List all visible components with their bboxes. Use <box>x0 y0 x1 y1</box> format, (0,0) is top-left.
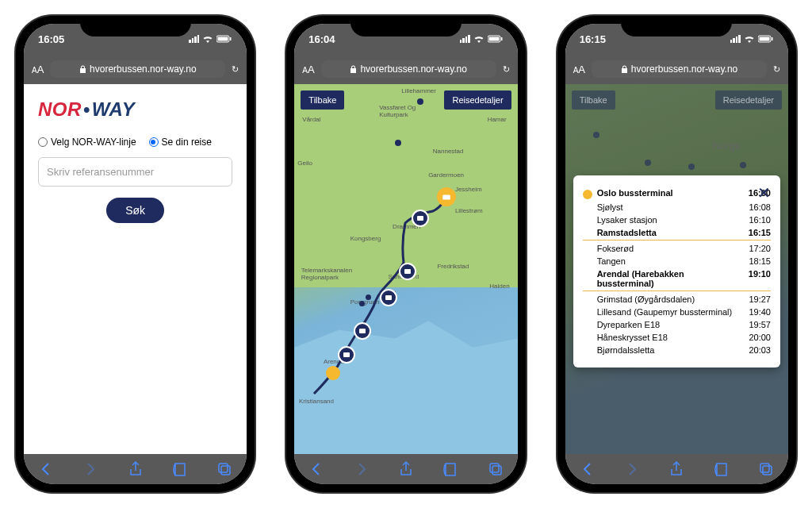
lock-icon <box>79 65 86 74</box>
tabs-icon[interactable] <box>216 461 232 477</box>
back-button-dimmed: Tilbake <box>572 90 615 110</box>
svg-rect-2 <box>230 37 232 40</box>
bookmarks-icon[interactable] <box>714 461 730 477</box>
svg-rect-12 <box>359 329 366 333</box>
map-label: Nannestad <box>433 148 464 155</box>
forward-icon[interactable] <box>624 461 640 477</box>
map-label: Vårdal <box>302 116 320 123</box>
forward-icon[interactable] <box>354 461 370 477</box>
norway-logo: NOR•WAY <box>38 98 232 121</box>
tabs-icon[interactable] <box>758 461 774 477</box>
radio-see-trip[interactable]: Se din reise <box>149 137 212 148</box>
schedule-row: Tangen18:15 <box>583 255 771 267</box>
share-icon[interactable] <box>398 461 414 477</box>
svg-rect-6 <box>488 37 499 41</box>
svg-rect-11 <box>385 295 392 300</box>
refresh-icon[interactable]: ↻ <box>232 64 239 75</box>
refresh-icon[interactable]: ↻ <box>503 64 510 75</box>
radio-select-line[interactable]: Velg NOR-WAY-linje <box>38 137 136 148</box>
details-button[interactable]: Reisedetaljer <box>444 90 511 110</box>
map-dot <box>688 164 695 170</box>
share-icon[interactable] <box>668 461 684 477</box>
bookmarks-icon[interactable] <box>442 461 458 477</box>
status-time: 16:05 <box>38 33 64 45</box>
svg-rect-17 <box>759 37 769 41</box>
lock-icon <box>350 65 357 74</box>
text-size-icon[interactable]: AA <box>302 64 314 75</box>
schedule-row: Oslo bussterminal16:00 <box>583 187 771 201</box>
status-time: 16:15 <box>580 33 606 45</box>
schedule-row: Grimstad (Øygårdsdalen)19:27 <box>583 293 771 306</box>
back-icon[interactable] <box>308 461 324 477</box>
schedule-list: Oslo bussterminal16:00Sjølyst16:08Lysake… <box>583 187 771 356</box>
radio-label: Velg NOR-WAY-linje <box>51 137 136 148</box>
url-bar: AA hvorerbussen.nor-way.no ↻ <box>24 54 247 84</box>
map-view-dimmed: Norge Tilbake Reisedetaljer ✕ Oslo busst… <box>565 84 788 454</box>
url-field[interactable]: hvorerbussen.nor-way.no <box>592 60 767 78</box>
schedule-row: Lysaker stasjon16:10 <box>583 214 771 226</box>
map-label: Hamar <box>488 116 507 123</box>
phone-1: 16:05 AA hvorerbussen.nor-way.no ↻ NOR•W… <box>16 16 255 492</box>
svg-rect-3 <box>219 464 228 472</box>
schedule-row: Sjølyst16:08 <box>583 201 771 214</box>
map-label: Vassfaret Og Kulturpark <box>379 104 416 118</box>
url-field[interactable]: hvorerbussen.nor-way.no <box>50 60 225 78</box>
schedule-row: Bjørndalssletta20:03 <box>583 344 771 356</box>
close-icon[interactable]: ✕ <box>757 183 771 202</box>
radio-icon <box>149 137 159 147</box>
safari-toolbar <box>294 454 517 484</box>
bookmarks-icon[interactable] <box>172 461 188 477</box>
text-size-icon[interactable]: AA <box>573 64 585 75</box>
svg-rect-7 <box>501 37 503 40</box>
svg-rect-8 <box>443 195 451 200</box>
safari-toolbar <box>565 454 788 484</box>
schedule-row: Håneskrysset E1820:00 <box>583 331 771 344</box>
battery-icon <box>216 35 232 43</box>
forward-icon[interactable] <box>82 461 98 477</box>
battery-icon <box>758 35 774 43</box>
map-dot <box>593 132 599 138</box>
map-label: Gardermoen <box>428 171 464 179</box>
notch <box>350 16 462 37</box>
status-indicators <box>189 35 232 43</box>
schedule-modal: ✕ Oslo bussterminal16:00Sjølyst16:08Lysa… <box>573 175 780 368</box>
back-icon[interactable] <box>38 461 54 477</box>
tabs-icon[interactable] <box>488 461 504 477</box>
map-dot <box>395 140 401 146</box>
search-button[interactable]: Søk <box>106 198 164 223</box>
map-dot <box>417 98 423 105</box>
phone-3: 16:15 AA hvorerbussen.nor-way.no ↻ Norge… <box>557 16 796 492</box>
svg-rect-1 <box>218 37 228 41</box>
url-bar: AA hvorerbussen.nor-way.no ↻ <box>294 54 517 84</box>
refresh-icon[interactable]: ↻ <box>773 64 780 75</box>
map-dot <box>645 160 651 166</box>
map-label: Geilo <box>297 160 312 167</box>
text-size-icon[interactable]: AA <box>32 64 44 75</box>
svg-rect-19 <box>760 464 769 472</box>
lock-icon <box>621 65 628 74</box>
wifi-icon <box>202 35 213 43</box>
svg-rect-15 <box>492 466 501 475</box>
svg-rect-4 <box>221 466 230 475</box>
url-bar: AA hvorerbussen.nor-way.no ↻ <box>565 54 788 84</box>
main-content: NOR•WAY Velg NOR-WAY-linje Se din reise … <box>24 84 247 454</box>
map-view[interactable]: Lillehammer Hamar Gardermoen Jessheim Li… <box>294 84 517 454</box>
svg-rect-20 <box>763 466 772 475</box>
svg-rect-14 <box>490 464 499 472</box>
reference-input[interactable]: Skriv referansenummer <box>38 157 232 187</box>
back-button[interactable]: Tilbake <box>301 90 344 110</box>
radio-label: Se din reise <box>162 137 212 148</box>
share-icon[interactable] <box>128 461 144 477</box>
url-field[interactable]: hvorerbussen.nor-way.no <box>321 60 496 78</box>
schedule-row: Dyreparken E1819:57 <box>583 318 771 331</box>
svg-rect-18 <box>772 37 773 40</box>
schedule-row: Arendal (Harebakken bussterminal)19:10 <box>583 267 771 291</box>
wifi-icon <box>473 35 485 43</box>
back-icon[interactable] <box>580 461 596 477</box>
map-label: Lillehammer <box>401 87 436 94</box>
radio-group: Velg NOR-WAY-linje Se din reise <box>38 137 232 148</box>
origin-icon <box>583 190 592 199</box>
schedule-row: Fokserød17:20 <box>583 242 771 255</box>
map-label: Halden <box>489 283 509 290</box>
notch <box>621 16 732 37</box>
